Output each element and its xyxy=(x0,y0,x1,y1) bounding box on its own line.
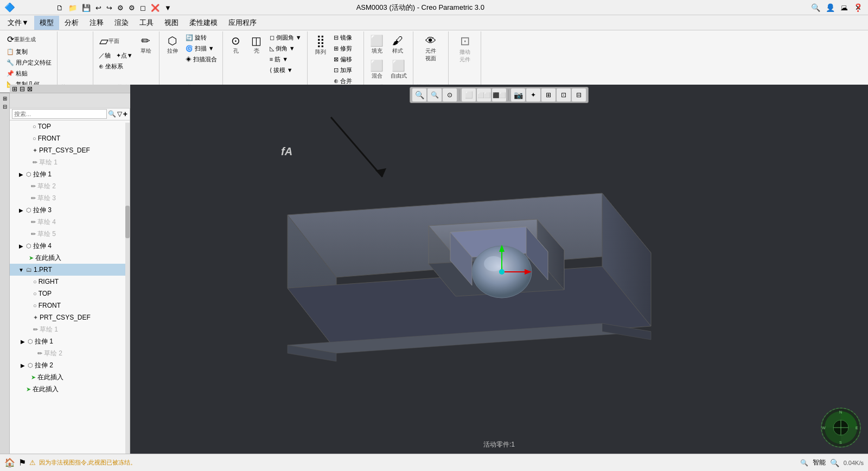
menu-render[interactable]: 渲染 xyxy=(109,16,134,30)
tree-search-input[interactable] xyxy=(12,109,107,119)
tree-search-btn[interactable]: 🔍 xyxy=(108,110,116,118)
btn-rib[interactable]: ≡ 筋 ▼ xyxy=(267,54,304,65)
status-flag-icon[interactable]: ⚑ xyxy=(18,457,26,468)
tree-item-sketch4[interactable]: ✏ 草绘 4 xyxy=(10,216,130,228)
btn-copy[interactable]: 📋 复制 xyxy=(4,47,30,57)
btn-extrude[interactable]: ⬡ 拉伸 xyxy=(163,33,182,56)
status-home-icon[interactable]: 🏠 xyxy=(4,457,15,468)
user-icon[interactable]: 👤 xyxy=(826,3,835,12)
menu-model[interactable]: 模型 xyxy=(34,16,59,30)
btn-shell[interactable]: ◫ 壳 xyxy=(247,33,266,56)
tree-item-sketch3[interactable]: ✏ 草绘 3 xyxy=(10,192,130,204)
status-warning-icon: ⚠ xyxy=(29,459,36,467)
tree-item-1prt-csys[interactable]: ✦ PRT_CSYS_DEF xyxy=(10,311,130,323)
status-warning-text: 因为非法视图指令,此视图已被冻结。 xyxy=(39,459,136,467)
search-icon[interactable]: 🔍 xyxy=(811,3,820,12)
status-bar: 🏠 ⚑ ⚠ 因为非法视图指令,此视图已被冻结。 🔍 智能 🔍 0.04K/s xyxy=(0,454,868,471)
menu-flexible[interactable]: 柔性建模 xyxy=(184,16,223,30)
menu-view[interactable]: 视图 xyxy=(159,16,184,30)
qa-box[interactable]: ◻ xyxy=(138,2,148,14)
svg-text:N: N xyxy=(839,410,842,414)
menu-annotation[interactable]: 注释 xyxy=(84,16,109,30)
btn-paste[interactable]: 📌 粘贴 xyxy=(4,68,30,79)
btn-fill[interactable]: ⬜ 填充 xyxy=(367,33,387,56)
tree-item-insert-here1[interactable]: ➤ 在此插入 xyxy=(10,252,130,264)
icon-row-item3[interactable]: ⊠ xyxy=(27,85,33,93)
status-info-text: 0.04K/s xyxy=(844,460,864,466)
status-search-icon[interactable]: 🔍 xyxy=(800,459,808,467)
tree-item-front[interactable]: ○ FRONT xyxy=(10,132,130,144)
btn-pattern[interactable]: ⣿ 阵列 xyxy=(311,33,330,58)
left-icon-btn2[interactable]: ⊟ xyxy=(3,104,7,110)
btn-round[interactable]: ◻ 倒圆角 ▼ xyxy=(267,33,304,43)
ribbon-group-shape: ⬡ 拉伸 🔄 旋转 🌀 扫描 ▼ ◈ 扫描混合 形状 ▼ xyxy=(159,31,223,92)
btn-regenerate[interactable]: ⟳ 重新生成 xyxy=(4,33,39,46)
btn-csys[interactable]: ⊕ 坐标系 xyxy=(97,61,135,72)
qa-dropdown[interactable]: ▼ xyxy=(162,2,174,14)
icon-row-item2[interactable]: ⊟ xyxy=(20,85,25,93)
qa-settings1[interactable]: ⚙ xyxy=(115,2,126,14)
tree-item-1prt-right[interactable]: ○ RIGHT xyxy=(10,276,130,288)
btn-style[interactable]: 🖌 样式 xyxy=(388,33,407,56)
btn-hole[interactable]: ⊙ 孔 xyxy=(226,33,246,56)
tree-item-extrude1[interactable]: ▶ ⬡ 拉伸 1 xyxy=(10,168,130,180)
left-panel-tabs xyxy=(10,93,130,109)
menu-analysis[interactable]: 分析 xyxy=(59,16,84,30)
tree-item-sketch1[interactable]: ✏ 草绘 1 xyxy=(10,156,130,168)
btn-component-view[interactable]: 👁 元件视面 xyxy=(421,33,441,64)
qa-redo[interactable]: ↪ xyxy=(104,2,114,14)
btn-mirror[interactable]: ⊟ 镜像 xyxy=(331,33,360,43)
tree-item-extrude4[interactable]: ▶ ⬡ 拉伸 4 xyxy=(10,240,130,252)
btn-freestyle[interactable]: ⬜ 自由式 xyxy=(388,58,410,81)
qa-save[interactable]: 💾 xyxy=(80,2,93,14)
tree-item-1prt-front[interactable]: ○ FRONT xyxy=(10,300,130,311)
qa-close[interactable]: ❌ xyxy=(149,2,162,14)
menu-tools[interactable]: 工具 xyxy=(134,16,159,30)
btn-point[interactable]: ✦点▼ xyxy=(114,50,135,61)
tree-item-sketch2[interactable]: ✏ 草绘 2 xyxy=(10,180,130,192)
tree-scrollbar[interactable] xyxy=(125,123,130,454)
tree-item-1prt-insert[interactable]: ➤ 在此插入 xyxy=(10,371,130,383)
qa-new[interactable]: 🗋 xyxy=(54,2,66,14)
btn-revolve[interactable]: 🔄 旋转 xyxy=(183,33,219,43)
nav-ball[interactable]: N S E W xyxy=(819,406,863,449)
btn-thicken[interactable]: ⊡ 加厚 xyxy=(331,65,360,75)
btn-move-component[interactable]: ⊡ 撤动元件 xyxy=(455,33,475,65)
tree-search-bar: 🔍 ▽ + xyxy=(10,107,130,120)
btn-offset[interactable]: ⊠ 偏移 xyxy=(331,54,360,65)
btn-blend-surface[interactable]: ⬜ 混合 xyxy=(367,58,387,81)
left-icon-btn1[interactable]: ⊞ xyxy=(3,96,7,101)
btn-plane[interactable]: ▱ 平面 xyxy=(97,33,135,50)
cloud-icon[interactable]: ☁ xyxy=(840,3,848,12)
btn-draft[interactable]: ⟨ 拔模 ▼ xyxy=(267,65,304,75)
btn-axis[interactable]: ／轴 xyxy=(97,50,113,61)
tree-add-btn[interactable]: + xyxy=(123,110,127,118)
btn-chamfer[interactable]: ◺ 倒角 ▼ xyxy=(267,43,304,54)
btn-sweep[interactable]: 🌀 扫描 ▼ xyxy=(183,43,219,54)
status-left: 🏠 ⚑ ⚠ 因为非法视图指令,此视图已被冻结。 xyxy=(4,457,796,468)
btn-sweep-blend[interactable]: ◈ 扫描混合 xyxy=(183,54,219,65)
tree-item-1prt-extrude1[interactable]: ▶ ⬡ 拉伸 1 xyxy=(10,335,130,347)
icon-row-item1[interactable]: ⊞ xyxy=(12,85,17,93)
status-info-icon[interactable]: 🔍 xyxy=(830,459,839,467)
menu-apps[interactable]: 应用程序 xyxy=(223,16,262,30)
tree-item-insert-main[interactable]: ➤ 在此插入 xyxy=(10,383,130,395)
help-icon[interactable]: ❓ xyxy=(853,3,863,12)
menu-file[interactable]: 文件▼ xyxy=(2,16,34,30)
tree-item-extrude3[interactable]: ▶ ⬡ 拉伸 3 xyxy=(10,204,130,216)
tree-item-1prt-sketch2[interactable]: ✏ 草绘 2 xyxy=(10,347,130,359)
qa-settings2[interactable]: ⚙ xyxy=(126,2,137,14)
tree-item-1prt-extrude2[interactable]: ▶ ⬡ 拉伸 2 xyxy=(10,359,130,371)
btn-user-feature[interactable]: 🔧 用户定义特征 xyxy=(4,58,54,68)
tree-item-1prt-top[interactable]: ○ TOP xyxy=(10,288,130,300)
tree-item-top[interactable]: ○ TOP xyxy=(10,120,130,132)
qa-open[interactable]: 📁 xyxy=(66,2,79,14)
btn-sketch-datum[interactable]: ✏ 草绘 xyxy=(136,33,156,56)
tree-item-sketch5[interactable]: ✏ 草绘 5 xyxy=(10,228,130,240)
tree-item-1prt-sketch1[interactable]: ✏ 草绘 1 xyxy=(10,323,130,335)
tree-item-1prt[interactable]: ▼ 🗂 1.PRT xyxy=(10,264,130,276)
tree-item-prt-csys[interactable]: ✦ PRT_CSYS_DEF xyxy=(10,144,130,156)
btn-trim[interactable]: ⊞ 修剪 xyxy=(331,43,360,54)
tree-filter-btn[interactable]: ▽ xyxy=(117,110,122,118)
qa-undo[interactable]: ↩ xyxy=(93,2,104,14)
